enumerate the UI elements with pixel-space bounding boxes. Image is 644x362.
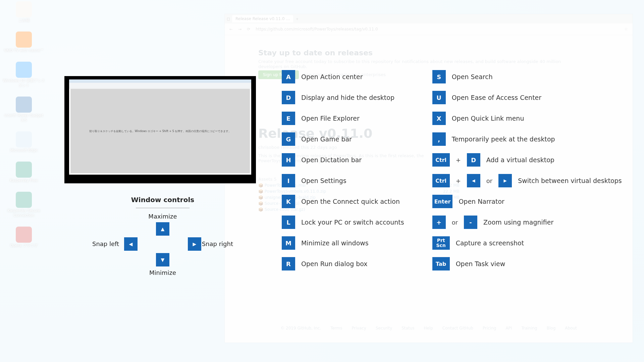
shortcut-description: Open the Connect quick action	[301, 198, 400, 205]
shortcut-description: Open Action center	[301, 73, 363, 80]
keycap: M	[282, 236, 295, 250]
shortcut-description: Capture a screenshot	[456, 239, 524, 247]
window-controls-title: Window controls	[92, 196, 233, 213]
shortcut-row: LLock your PC or switch accounts	[282, 216, 404, 229]
keycap: I	[282, 174, 295, 187]
keycap: -	[464, 216, 477, 229]
shortcut-row: SOpen Search	[432, 70, 622, 83]
or-text: or	[452, 219, 458, 226]
keycap: X	[432, 112, 446, 125]
shortcut-row: GOpen Game bar	[282, 132, 404, 146]
keycap: Ctrl	[432, 153, 450, 167]
shortcut-description: Open Settings	[301, 177, 346, 184]
shortcut-guide-overlay: 切り取り＆スケッチを起動している。Windows ロゴキー + Shift + …	[0, 0, 644, 362]
shortcut-description: Minimize all windows	[301, 239, 369, 247]
arrow-right-icon[interactable]: ▶	[188, 237, 201, 251]
shortcut-description: Open Quick Link menu	[452, 115, 524, 122]
shortcut-description: Open Narrator	[459, 198, 504, 205]
shortcut-row: XOpen Quick Link menu	[432, 112, 622, 125]
shortcut-row: +or-Zoom using magnifier	[432, 216, 622, 229]
shortcut-row: AOpen Action center	[282, 70, 404, 83]
keycap: Tab	[432, 257, 450, 270]
shortcut-description: Temporarily peek at the desktop	[452, 135, 555, 143]
shortcut-description: Switch between virtual desktops	[518, 177, 622, 184]
shortcut-row: TabOpen Task view	[432, 257, 622, 270]
arrow-down-icon[interactable]: ▼	[156, 253, 169, 266]
keycap: E	[282, 112, 295, 125]
window-controls-panel: Window controls Maximize ▲ Snap left ◀ ▶…	[92, 196, 233, 287]
shortcut-description: Display and hide the desktop	[301, 94, 394, 101]
keycap: G	[282, 132, 295, 146]
shortcut-description: Open Dictation bar	[301, 156, 362, 164]
snap-right-label: Snap right	[202, 240, 233, 247]
minimize-label: Minimize	[149, 269, 176, 276]
plus-text: +	[456, 157, 461, 164]
shortcut-row: DDisplay and hide the desktop	[282, 91, 404, 104]
shortcut-row: ROpen Run dialog box	[282, 257, 404, 270]
shortcut-description: Open Ease of Access Center	[452, 94, 541, 101]
keycap: S	[432, 70, 446, 83]
keycap: D	[467, 153, 480, 167]
keycap: K	[282, 195, 295, 208]
shortcut-row: Ctrl+◀or▶Switch between virtual desktops	[432, 174, 622, 187]
shortcut-description: Zoom using magnifier	[483, 219, 553, 226]
shortcut-row: UOpen Ease of Access Center	[432, 91, 622, 104]
shortcut-description: Open Game bar	[301, 135, 352, 143]
shortcut-row: Ctrl+DAdd a virtual desktop	[432, 153, 622, 167]
plus-text: +	[456, 177, 461, 184]
shortcut-row: EOpen File Explorer	[282, 112, 404, 125]
shortcut-row: PrtScnCapture a screenshot	[432, 236, 622, 250]
thumbnail-body: 切り取り＆スケッチを起動している。Windows ロゴキー + Shift + …	[70, 89, 250, 173]
active-window-thumbnail: 切り取り＆スケッチを起動している。Windows ロゴキー + Shift + …	[64, 76, 256, 183]
shortcut-description: Add a virtual desktop	[486, 156, 554, 164]
shortcut-row: EnterOpen Narrator	[432, 195, 622, 208]
keycap: ,	[432, 132, 446, 146]
shortcut-row: MMinimize all windows	[282, 236, 404, 250]
shortcut-description: Open Task view	[456, 260, 505, 267]
shortcut-row: HOpen Dictation bar	[282, 153, 404, 167]
keycap: U	[432, 91, 446, 104]
keycap: A	[282, 70, 295, 83]
keycap: ▶	[498, 174, 512, 187]
keycap: Enter	[432, 195, 453, 208]
arrow-up-icon[interactable]: ▲	[156, 222, 169, 236]
snap-left-label: Snap left	[92, 240, 119, 247]
shortcut-row: ,Temporarily peek at the desktop	[432, 132, 622, 146]
keycap: +	[432, 216, 446, 229]
shortcut-description: Open Run dialog box	[301, 260, 368, 267]
keycap: PrtScn	[432, 236, 450, 250]
keycap: D	[282, 91, 295, 104]
keycap: R	[282, 257, 295, 270]
shortcut-description: Lock your PC or switch accounts	[301, 219, 404, 226]
shortcut-row: IOpen Settings	[282, 174, 404, 187]
maximize-label: Maximize	[148, 213, 177, 220]
or-text: or	[486, 177, 492, 184]
shortcut-row: KOpen the Connect quick action	[282, 195, 404, 208]
shortcut-description: Open File Explorer	[301, 115, 360, 122]
keycap: Ctrl	[432, 174, 450, 187]
shortcut-description: Open Search	[452, 73, 493, 80]
arrow-left-icon[interactable]: ◀	[124, 237, 138, 251]
keycap: L	[282, 216, 295, 229]
keycap: ◀	[467, 174, 480, 187]
shortcut-grid: AOpen Action centerDDisplay and hide the…	[282, 70, 622, 270]
keycap: H	[282, 153, 295, 167]
